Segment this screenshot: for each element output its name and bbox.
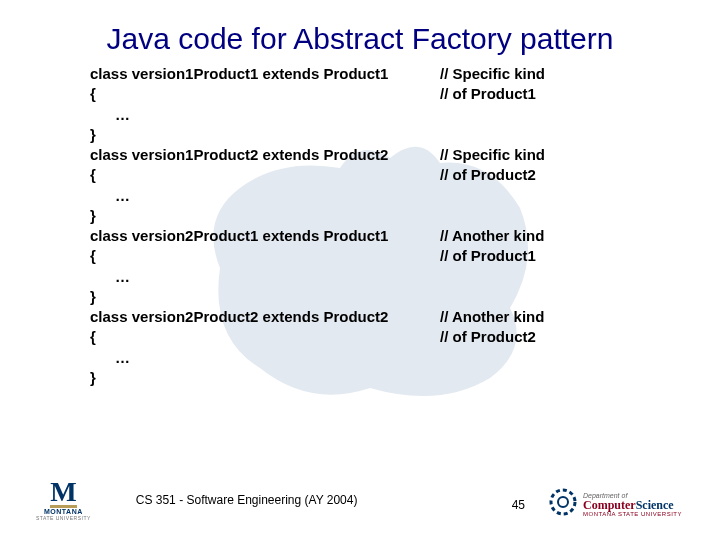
code-left: class version2Product2 extends Product2 [90,307,440,327]
msu-logo-sub: STATE UNIVERSITY [36,515,91,521]
code-left: … [90,186,440,206]
svg-point-0 [551,490,575,514]
code-line: {// of Product1 [90,246,680,266]
code-left: … [90,105,440,125]
code-left: class version2Product1 extends Product1 [90,226,440,246]
code-left: { [90,84,440,104]
code-line: {// of Product2 [90,327,680,347]
code-left: class version1Product2 extends Product2 [90,145,440,165]
code-left: } [90,206,440,226]
code-line: class version1Product2 extends Product2/… [90,145,680,165]
code-comment: // of Product1 [440,84,536,104]
code-block: class version1Product1 extends Product1/… [0,64,720,388]
code-left: { [90,327,440,347]
code-line: … [90,105,680,125]
code-line: … [90,186,680,206]
msu-logo: M MONTANA STATE UNIVERSITY [36,479,91,521]
code-line: {// of Product2 [90,165,680,185]
msu-logo-m: M [50,479,76,508]
code-left: { [90,165,440,185]
cs-logo-text: Department of ComputerScience MONTANA ST… [583,492,682,517]
slide-title: Java code for Abstract Factory pattern [0,0,720,64]
code-left: } [90,287,440,307]
code-left: class version1Product1 extends Product1 [90,64,440,84]
code-comment: // Another kind [440,307,544,327]
cs-word-computer: Computer [583,498,636,512]
code-line: class version2Product1 extends Product1/… [90,226,680,246]
svg-point-1 [558,497,568,507]
gear-icon [547,486,579,522]
code-comment: // of Product2 [440,327,536,347]
code-comment: // of Product2 [440,165,536,185]
code-line: } [90,287,680,307]
code-line: class version2Product2 extends Product2/… [90,307,680,327]
code-comment: // of Product1 [440,246,536,266]
code-left: } [90,368,440,388]
cs-dept-logo: Department of ComputerScience MONTANA ST… [547,486,682,522]
code-line: … [90,267,680,287]
code-line: } [90,125,680,145]
msu-logo-name: MONTANA [44,508,83,515]
code-line: class version1Product1 extends Product1/… [90,64,680,84]
code-line: } [90,368,680,388]
code-comment: // Specific kind [440,145,545,165]
code-left: { [90,246,440,266]
cs-word-science: Science [636,498,674,512]
code-line: } [90,206,680,226]
code-line: … [90,348,680,368]
code-line: {// of Product1 [90,84,680,104]
page-number: 45 [512,498,525,512]
code-left: … [90,267,440,287]
slide-footer: M MONTANA STATE UNIVERSITY CS 351 - Soft… [0,470,720,530]
code-comment: // Specific kind [440,64,545,84]
cs-main-label: ComputerScience [583,499,682,511]
code-left: … [90,348,440,368]
code-left: } [90,125,440,145]
cs-sub-label: MONTANA STATE UNIVERSITY [583,511,682,517]
footer-course: CS 351 - Software Engineering (AY 2004) [136,493,358,507]
code-comment: // Another kind [440,226,544,246]
